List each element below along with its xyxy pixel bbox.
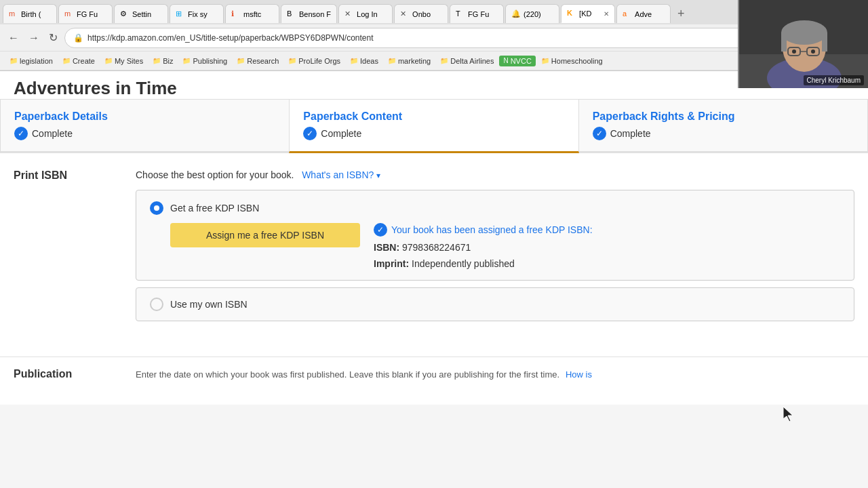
imprint-value: Independently published bbox=[412, 258, 515, 269]
tab-title-birth: Birth ( bbox=[21, 10, 51, 18]
isbn-link-arrow-icon: ▾ bbox=[376, 171, 380, 180]
publication-how-link[interactable]: How is bbox=[566, 369, 592, 380]
bookmark-label-create: Create bbox=[73, 57, 95, 65]
bookmark-research[interactable]: 📁 Research bbox=[233, 56, 283, 66]
tab-favicon-login: ✕ bbox=[344, 9, 354, 19]
bookmark-nvcc[interactable]: N NVCC bbox=[499, 56, 535, 66]
step-rights-complete: ✓ Complete bbox=[593, 127, 854, 140]
imprint-line: Imprint: Independently published bbox=[374, 258, 593, 269]
tab-kdp[interactable]: K [KD ✕ bbox=[561, 4, 615, 23]
tab-title-fg2: FG Fu bbox=[468, 10, 498, 18]
tab-benson[interactable]: B Benson F bbox=[281, 4, 337, 23]
tab-title-settings: Settin bbox=[132, 10, 162, 18]
step-details-complete: ✓ Complete bbox=[14, 127, 275, 140]
step-details-check-icon: ✓ bbox=[14, 127, 28, 140]
step-details-status: Complete bbox=[32, 128, 73, 139]
new-tab-button[interactable]: + bbox=[672, 7, 690, 21]
page-title: Adventures in Time bbox=[14, 78, 854, 99]
isbn-option-own[interactable]: Use my own ISBN bbox=[136, 287, 854, 321]
tab-title-220: (220) bbox=[524, 10, 553, 18]
bookmark-icon-homeschool: 📁 bbox=[541, 57, 549, 64]
step-details-title: Paperback Details bbox=[14, 110, 275, 123]
isbn-option-kdp[interactable]: Get a free KDP ISBN Assign me a free KDP… bbox=[136, 190, 854, 281]
bookmark-label-biz: Biz bbox=[163, 57, 173, 65]
webcam-overlay: Cheryl Krichbaum bbox=[738, 0, 868, 88]
tab-favicon-birth: m bbox=[9, 9, 18, 19]
bookmark-ideas[interactable]: 📁 Ideas bbox=[346, 56, 382, 66]
imprint-label: Imprint: bbox=[374, 258, 409, 269]
lock-icon: 🔒 bbox=[73, 33, 83, 43]
forward-button[interactable]: → bbox=[26, 30, 42, 45]
bookmark-homeschool[interactable]: 📁 Homeschooling bbox=[537, 56, 607, 66]
step-rights-check-icon: ✓ bbox=[593, 127, 606, 140]
isbn-assigned-check-icon: ✓ bbox=[374, 223, 387, 237]
tab-settings[interactable]: ⚙ Settin bbox=[114, 4, 168, 23]
tab-adve[interactable]: a Adve bbox=[616, 4, 671, 23]
isbn-own-radio-header: Use my own ISBN bbox=[150, 298, 840, 311]
bookmark-icon-my-sites: 📁 bbox=[104, 57, 113, 64]
bookmark-icon-legislation: 📁 bbox=[9, 57, 18, 64]
bookmark-delta[interactable]: 📁 Delta Airlines bbox=[436, 56, 498, 66]
isbn-own-radio-button[interactable] bbox=[150, 298, 163, 311]
publication-label: Publication bbox=[14, 368, 122, 380]
tab-title-kdp: [KD bbox=[579, 9, 601, 18]
tab-favicon-msftc: ℹ bbox=[231, 9, 241, 19]
bookmark-marketing[interactable]: 📁 marketing bbox=[384, 56, 435, 66]
bookmark-label-ideas: Ideas bbox=[360, 57, 378, 65]
bookmark-create[interactable]: 📁 Create bbox=[58, 56, 99, 66]
isbn-number-line: ISBN: 9798368224671 bbox=[374, 242, 593, 253]
tab-favicon-settings: ⚙ bbox=[120, 9, 130, 19]
webcam-label: Cheryl Krichbaum bbox=[804, 75, 864, 85]
bookmark-label-publishing: Publishing bbox=[193, 57, 227, 65]
step-tab-details[interactable]: Paperback Details ✓ Complete bbox=[0, 99, 289, 152]
bookmark-label-marketing: marketing bbox=[398, 57, 431, 65]
bookmark-icon-marketing: 📁 bbox=[388, 57, 396, 64]
tab-msftc[interactable]: ℹ msftc bbox=[225, 4, 279, 23]
bookmark-prolife[interactable]: 📁 ProLife Orgs bbox=[284, 56, 344, 66]
tab-favicon-onbo: ✕ bbox=[400, 9, 410, 19]
isbn-kdp-radio-button[interactable] bbox=[150, 201, 163, 215]
publication-row: Publication Enter the date on which your… bbox=[14, 368, 854, 380]
reload-button[interactable]: ↻ bbox=[46, 30, 60, 45]
bookmark-my-sites[interactable]: 📁 My Sites bbox=[100, 56, 147, 66]
isbn-own-radio-label: Use my own ISBN bbox=[170, 299, 248, 310]
isbn-description: Choose the best option for your book. Wh… bbox=[136, 169, 854, 180]
tab-fg-fu-1[interactable]: m FG Fu bbox=[58, 4, 113, 23]
isbn-assigned-message: ✓ Your book has been assigned a free KDP… bbox=[374, 223, 593, 237]
bookmark-publishing[interactable]: 📁 Publishing bbox=[178, 56, 231, 66]
tab-favicon-kdp: K bbox=[567, 9, 576, 18]
bookmark-label-delta: Delta Airlines bbox=[450, 57, 494, 65]
bookmark-icon-research: 📁 bbox=[237, 57, 245, 64]
bookmark-icon-biz: 📁 bbox=[153, 57, 161, 64]
bookmark-icon-create: 📁 bbox=[62, 57, 71, 64]
isbn-link-text: What's an ISBN? bbox=[302, 169, 374, 180]
tab-title-login: Log In bbox=[357, 10, 387, 18]
tab-fg-fu-2[interactable]: T FG Fu bbox=[450, 4, 504, 23]
bookmark-biz[interactable]: 📁 Biz bbox=[149, 56, 177, 66]
tab-220[interactable]: 🔔 (220) bbox=[505, 4, 559, 23]
tab-fix-sy[interactable]: ⊞ Fix sy bbox=[170, 4, 224, 23]
tab-title-fixsy: Fix sy bbox=[188, 10, 218, 18]
publication-body: Enter the date on which your book was fi… bbox=[136, 368, 854, 380]
assign-isbn-button[interactable]: Assign me a free KDP ISBN bbox=[170, 223, 360, 247]
tab-close-kdp[interactable]: ✕ bbox=[604, 10, 609, 18]
bookmark-legislation[interactable]: 📁 legislation bbox=[5, 56, 57, 66]
tab-log-in[interactable]: ✕ Log In bbox=[338, 4, 393, 23]
step-tab-rights[interactable]: Paperback Rights & Pricing ✓ Complete bbox=[579, 99, 868, 152]
svg-point-11 bbox=[811, 49, 815, 54]
svg-point-4 bbox=[781, 20, 827, 45]
publication-description: Enter the date on which your book was fi… bbox=[136, 369, 559, 380]
step-tab-content[interactable]: Paperback Content ✓ Complete bbox=[289, 99, 578, 153]
tab-title-benson: Benson F bbox=[299, 10, 331, 18]
tab-favicon-fixsy: ⊞ bbox=[176, 9, 185, 19]
step-rights-title: Paperback Rights & Pricing bbox=[593, 110, 854, 123]
isbn-result: ✓ Your book has been assigned a free KDP… bbox=[374, 223, 593, 269]
bookmark-icon-delta: 📁 bbox=[440, 57, 448, 64]
publication-section: Publication Enter the date on which your… bbox=[0, 357, 868, 405]
tab-title-msftc: msftc bbox=[243, 10, 273, 18]
isbn-what-link[interactable]: What's an ISBN? ▾ bbox=[302, 169, 380, 180]
tab-birth[interactable]: m Birth ( bbox=[3, 4, 57, 23]
bookmark-icon-ideas: 📁 bbox=[350, 57, 358, 64]
tab-onbo[interactable]: ✕ Onbo bbox=[394, 4, 448, 23]
back-button[interactable]: ← bbox=[5, 30, 22, 45]
